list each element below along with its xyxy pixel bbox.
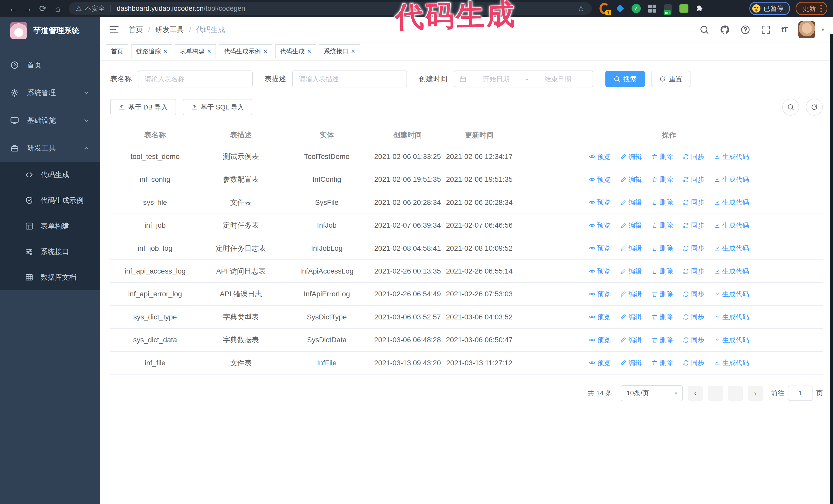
date-range-picker[interactable]: 开始日期 - 结束日期 <box>454 71 593 88</box>
browser-home-icon[interactable]: ⌂ <box>50 1 65 16</box>
row-action-link[interactable]: 同步 <box>683 358 704 368</box>
avatar[interactable] <box>799 21 815 38</box>
sidebar-submenu-item[interactable]: 表单构建 <box>0 213 100 239</box>
browser-update-button[interactable]: 更新 <box>795 2 827 15</box>
row-action-link[interactable]: 生成代码 <box>714 151 749 162</box>
avatar-caret-down-icon[interactable]: ▾ <box>822 26 824 33</box>
extension-icon[interactable]: ✓ <box>631 4 641 13</box>
row-action-link[interactable]: 删除 <box>651 151 673 162</box>
sidebar-submenu-item[interactable]: 代码生成 <box>0 162 100 188</box>
browser-reload-icon[interactable]: ⟳ <box>35 1 50 16</box>
row-action-link[interactable]: 删除 <box>651 174 673 185</box>
row-action-link[interactable]: 删除 <box>651 312 673 322</box>
table-desc-input[interactable] <box>292 71 407 88</box>
extension-icon[interactable]: on <box>663 4 673 13</box>
tab-tag[interactable]: 代码生成示例 × <box>219 44 272 58</box>
tab-tag[interactable]: 首页 <box>106 44 128 58</box>
row-action-link[interactable]: 生成代码 <box>714 289 749 299</box>
row-action-link[interactable]: 同步 <box>683 220 704 231</box>
row-action-link[interactable]: 编辑 <box>620 197 642 208</box>
row-action-link[interactable]: 预览 <box>589 335 611 345</box>
row-action-link[interactable]: 同步 <box>683 289 704 299</box>
bookmark-star-icon[interactable]: ☆ <box>577 4 585 13</box>
sidebar-submenu-item[interactable]: 系统接口 <box>0 239 100 265</box>
row-action-link[interactable]: 编辑 <box>620 220 642 231</box>
search-icon[interactable] <box>699 25 709 34</box>
sidebar-menu-item[interactable]: 系统管理 <box>0 79 100 106</box>
tab-tag[interactable]: 表单构建 × <box>175 44 216 58</box>
extension-icon[interactable]: 1 <box>599 4 609 13</box>
breadcrumb-home[interactable]: 首页 <box>129 25 143 34</box>
row-action-link[interactable]: 编辑 <box>620 151 642 162</box>
close-icon[interactable]: × <box>351 48 355 55</box>
row-action-link[interactable]: 预览 <box>589 312 611 322</box>
row-action-link[interactable]: 预览 <box>589 358 611 368</box>
table-name-input[interactable] <box>138 71 253 88</box>
prev-page-button[interactable]: ‹ <box>688 386 703 401</box>
row-action-link[interactable]: 预览 <box>589 243 611 253</box>
browser-forward-icon[interactable]: → <box>21 1 35 16</box>
row-action-link[interactable]: 删除 <box>651 358 673 368</box>
row-action-link[interactable]: 同步 <box>683 335 704 345</box>
refresh-table-button[interactable] <box>806 99 823 116</box>
toggle-search-button[interactable] <box>782 99 799 116</box>
sidebar-submenu-item[interactable]: 代码生成示例 <box>0 188 100 213</box>
close-icon[interactable]: × <box>307 48 311 55</box>
row-action-link[interactable]: 删除 <box>651 220 673 231</box>
row-action-link[interactable]: 删除 <box>651 266 673 277</box>
row-action-link[interactable]: 同步 <box>683 174 704 185</box>
tab-tag[interactable]: 链路追踪 × <box>131 44 172 58</box>
row-action-link[interactable]: 预览 <box>589 151 611 162</box>
goto-page-input[interactable] <box>788 386 812 401</box>
row-action-link[interactable]: 预览 <box>589 220 611 231</box>
row-action-link[interactable]: 生成代码 <box>714 312 749 322</box>
extension-icon[interactable] <box>679 4 689 13</box>
security-warning-label[interactable]: 不安全 <box>85 4 105 13</box>
row-action-link[interactable]: 生成代码 <box>714 335 749 345</box>
row-action-link[interactable]: 生成代码 <box>714 243 749 253</box>
browser-menu-icon[interactable] <box>820 5 822 12</box>
search-button[interactable]: 搜索 <box>605 71 645 87</box>
row-action-link[interactable]: 预览 <box>589 197 611 208</box>
row-action-link[interactable]: 删除 <box>651 197 673 208</box>
app-logo[interactable]: 芋道管理系统 <box>0 17 100 44</box>
row-action-link[interactable]: 同步 <box>683 197 704 208</box>
puzzle-icon[interactable] <box>695 4 705 13</box>
close-icon[interactable]: × <box>263 48 267 55</box>
tab-tag[interactable]: 系统接口 × <box>319 44 360 58</box>
profile-paused-badge[interactable]: 已暂停 <box>749 2 790 15</box>
sidebar-menu-item[interactable]: 基础设施 <box>0 106 100 134</box>
extension-icon[interactable] <box>647 4 657 13</box>
sidebar-toggle-icon[interactable] <box>109 24 119 35</box>
row-action-link[interactable]: 编辑 <box>620 174 642 185</box>
row-action-link[interactable]: 编辑 <box>620 358 642 368</box>
row-action-link[interactable]: 同步 <box>683 151 704 162</box>
row-action-link[interactable]: 删除 <box>651 335 673 345</box>
row-action-link[interactable]: 同步 <box>683 243 704 253</box>
tab-tag[interactable]: 代码生成 × <box>275 44 316 58</box>
row-action-link[interactable]: 生成代码 <box>714 174 749 185</box>
close-icon[interactable]: × <box>163 48 167 55</box>
row-action-link[interactable]: 编辑 <box>620 243 642 253</box>
page-number-button[interactable] <box>728 386 743 401</box>
row-action-link[interactable]: 生成代码 <box>714 220 749 231</box>
fullscreen-icon[interactable] <box>761 25 771 34</box>
import-sql-button[interactable]: 基于 SQL 导入 <box>183 99 253 115</box>
row-action-link[interactable]: 编辑 <box>620 266 642 277</box>
row-action-link[interactable]: 生成代码 <box>714 266 749 277</box>
extension-icon[interactable] <box>615 4 625 13</box>
row-action-link[interactable]: 编辑 <box>620 312 642 322</box>
row-action-link[interactable]: 删除 <box>651 243 673 253</box>
row-action-link[interactable]: 预览 <box>589 289 611 299</box>
row-action-link[interactable]: 生成代码 <box>714 197 749 208</box>
row-action-link[interactable]: 预览 <box>589 266 611 277</box>
close-icon[interactable]: × <box>207 48 211 55</box>
font-size-icon[interactable]: tT <box>782 25 788 34</box>
reset-button[interactable]: 重置 <box>651 71 690 87</box>
page-number-button[interactable] <box>708 386 723 401</box>
breadcrumb-dev-tools[interactable]: 研发工具 <box>155 25 184 34</box>
row-action-link[interactable]: 生成代码 <box>714 358 749 368</box>
window-scrollbar[interactable] <box>830 34 833 504</box>
import-db-button[interactable]: 基于 DB 导入 <box>110 99 176 115</box>
row-action-link[interactable]: 删除 <box>651 289 673 299</box>
